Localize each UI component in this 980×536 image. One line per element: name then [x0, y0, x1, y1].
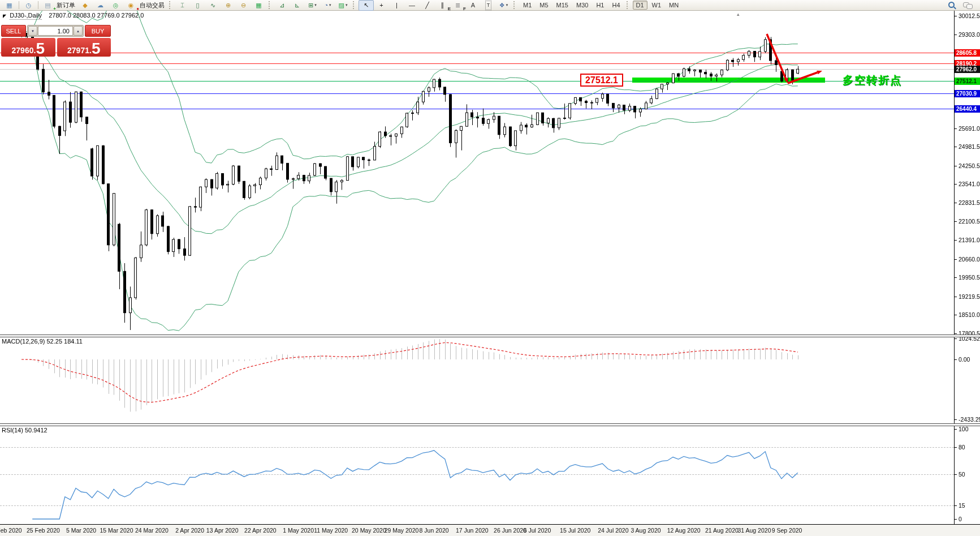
horizontal-line-tool-icon[interactable]: —: [404, 0, 420, 11]
date-label: 31 Aug 2020: [738, 527, 771, 534]
axis-tick-mark: [954, 447, 957, 448]
timeframe-w1[interactable]: W1: [649, 1, 665, 10]
new-order-icon[interactable]: ▤+: [40, 0, 55, 11]
reversal-arrow[interactable]: [755, 29, 834, 92]
date-label: 2 Apr 2020: [175, 527, 204, 534]
new-chart-icon[interactable]: ▦: [2, 0, 17, 11]
axis-tick-mark: [954, 277, 957, 278]
text-label-tool-icon-glyph: T: [485, 1, 492, 10]
axis-tick-label: 80: [959, 444, 965, 451]
auto-trading-icon-label: 自动交易: [140, 1, 165, 10]
symbol-marker-icon: ◤: [3, 14, 6, 19]
toolbar-drag-handle[interactable]: [269, 1, 272, 9]
axis-tick-mark: [954, 240, 957, 241]
support-price-label[interactable]: 27512.1: [580, 74, 623, 87]
mql5-cloud-icon-glyph: ☁: [97, 1, 103, 10]
axis-tick-label: -2433.25: [959, 416, 980, 423]
macd-pane-splitter[interactable]: [0, 335, 980, 337]
axis-tick-mark: [954, 16, 957, 16]
timeframe-m1[interactable]: M1: [520, 1, 535, 10]
rsi-pane-splitter[interactable]: [0, 423, 980, 426]
chart-symbol-label: DJ30-,Daily: [10, 12, 42, 20]
buy-price-main: 27971.: [67, 45, 92, 56]
zoom-in-icon[interactable]: ⊕: [221, 0, 236, 11]
new-order-icon-badge: +: [53, 7, 56, 11]
axis-tick-label: 19219.5: [959, 293, 980, 300]
toolbar-separator: [38, 1, 38, 9]
candlestick-chart-icon[interactable]: ▯: [190, 0, 205, 11]
line-chart-icon[interactable]: ∿: [205, 0, 221, 11]
indicator-window-icon[interactable]: ⊾: [290, 0, 305, 11]
axis-tick-label: 29303.0: [959, 31, 980, 38]
text-tool-icon-glyph: A: [471, 1, 475, 10]
timeframe-m15[interactable]: M15: [553, 1, 572, 10]
templates-icon-glyph: ▨: [339, 1, 344, 10]
volume-decrease-button[interactable]: ▼: [28, 26, 37, 36]
arrows-tool-icon[interactable]: ❖▾: [496, 0, 511, 11]
axis-tick-label: 19950.5: [959, 274, 980, 281]
axis-tick-label: 0.00: [959, 356, 970, 363]
date-label: 12 Aug 2020: [667, 527, 701, 534]
tile-windows-icon[interactable]: ▦: [251, 0, 266, 11]
volume-increase-button[interactable]: ▲: [74, 26, 83, 36]
date-label: 1 May 2020: [283, 527, 314, 534]
axis-tick-mark: [954, 474, 957, 475]
chart-profiles-icon[interactable]: ◷: [21, 0, 36, 11]
equidistant-channel-icon-glyph: ∥: [441, 1, 444, 10]
auto-trading-icon[interactable]: ◉●: [123, 0, 139, 11]
mql5-cloud-icon[interactable]: ☁: [93, 0, 108, 11]
vertical-line-tool-icon-glyph: |: [396, 1, 398, 10]
volume-input[interactable]: [38, 26, 73, 36]
vertical-line-tool-icon[interactable]: |: [389, 0, 404, 11]
axis-tick-label: 22100.5: [959, 218, 980, 225]
dropdown-caret-icon: ▾: [314, 3, 317, 7]
templates-icon[interactable]: ▨▾: [335, 0, 351, 11]
date-axis-border: [0, 524, 980, 525]
line-chart-icon-glyph: ∿: [210, 1, 215, 10]
signals-icon[interactable]: ◎: [108, 0, 123, 11]
bar-chart-icon-glyph: ⌶: [180, 1, 184, 10]
market-depth-icon[interactable]: ◆: [77, 0, 93, 11]
indicators-list-icon[interactable]: ⊿: [274, 0, 290, 11]
crosshair-icon[interactable]: +: [374, 0, 389, 11]
sell-price-decimal: 5: [36, 41, 45, 56]
timeframe-h1[interactable]: H1: [593, 1, 607, 10]
toolbar-drag-handle[interactable]: [513, 1, 517, 9]
buy-price-display[interactable]: 27971. 5: [57, 38, 111, 57]
chat-icon[interactable]: [963, 2, 973, 9]
trendline-tool-icon[interactable]: ╱: [420, 0, 435, 11]
turning-point-annotation[interactable]: 多空转折点: [843, 73, 902, 88]
fibonacci-tool-icon[interactable]: ≣F: [450, 0, 465, 11]
equidistant-channel-icon[interactable]: ∥E: [435, 0, 450, 11]
candlestick-chart-icon-glyph: ▯: [196, 1, 199, 10]
periods-icon[interactable]: ◔▾: [320, 0, 335, 11]
timeframe-m5[interactable]: M5: [536, 1, 551, 10]
toolbar-drag-handle[interactable]: [169, 1, 172, 9]
axis-tick-label: 15: [959, 502, 965, 509]
date-label: 6 Jul 2020: [524, 527, 551, 534]
text-label-tool-icon[interactable]: T: [481, 0, 496, 11]
axis-tick-label: 50: [959, 471, 965, 478]
search-icon[interactable]: [948, 1, 956, 10]
axis-tick-label: 22831.5: [959, 199, 980, 206]
toolbar-drag-handle[interactable]: [627, 1, 630, 9]
bar-chart-icon[interactable]: ⌶: [175, 0, 190, 11]
timeframe-mn[interactable]: MN: [666, 1, 682, 10]
add-indicator-icon[interactable]: ⊞▾: [305, 0, 320, 11]
buy-button[interactable]: BUY: [85, 25, 111, 37]
axis-tick-label: 24981.5: [959, 143, 980, 150]
sell-price-display[interactable]: 27960. 5: [1, 38, 55, 57]
axis-tick-mark: [954, 35, 957, 35]
chart-shift-marker-icon[interactable]: ▴: [737, 11, 740, 17]
cursor-icon[interactable]: ↖: [359, 0, 374, 11]
axis-tick-label: 0: [959, 516, 962, 522]
timeframe-d1[interactable]: D1: [633, 1, 647, 10]
fibonacci-tool-icon-glyph: ≣: [455, 1, 460, 10]
new-order-icon-glyph: ▤: [45, 1, 50, 10]
zoom-out-icon[interactable]: ⊖: [236, 0, 251, 11]
timeframe-h4[interactable]: H4: [608, 1, 623, 10]
text-tool-icon[interactable]: A: [465, 0, 481, 11]
toolbar-drag-handle[interactable]: [353, 1, 356, 9]
timeframe-m30[interactable]: M30: [573, 1, 592, 10]
sell-button[interactable]: SELL: [1, 25, 26, 37]
